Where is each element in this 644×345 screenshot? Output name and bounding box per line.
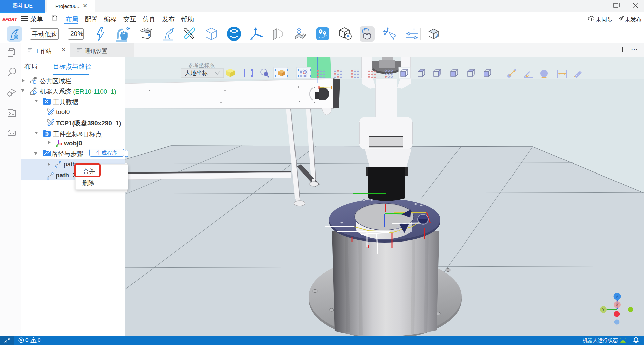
svg-text:c: c xyxy=(36,87,37,89)
svg-text:Y: Y xyxy=(602,307,605,312)
svg-text:c: c xyxy=(36,77,37,79)
svg-text:X: X xyxy=(616,303,619,307)
svg-text:Z: Z xyxy=(616,294,618,299)
